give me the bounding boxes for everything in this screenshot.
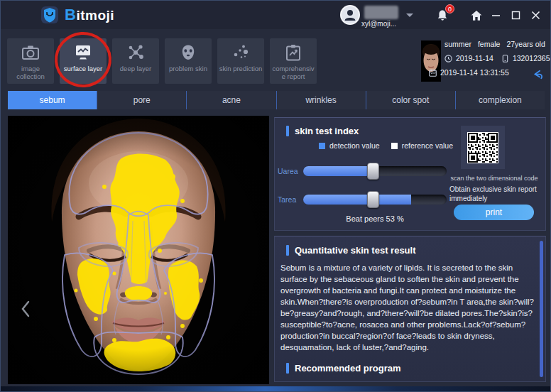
toolbar: image collection surface layer deep laye…	[7, 38, 317, 84]
tab-pore[interactable]: pore	[97, 91, 186, 109]
uarea-slider: Uarea	[278, 166, 447, 176]
reference-value-swatch	[391, 143, 398, 149]
monitor-wave-icon	[74, 43, 92, 62]
tab-acne[interactable]: acne	[186, 91, 276, 109]
print-button[interactable]: print	[454, 205, 534, 220]
patient-card: summer female 27years old 2019-11-14 132…	[421, 39, 549, 83]
window-bottom-edge	[1, 386, 551, 391]
section-accent-bar	[286, 126, 289, 136]
previous-image-button[interactable]	[18, 297, 33, 321]
section-accent-bar	[286, 245, 289, 256]
uarea-reference-handle[interactable]	[367, 163, 379, 180]
qr-subcaption: Obtain exclusive skin report immediately	[449, 185, 542, 203]
comprehensive-report-button[interactable]: comprehensive report	[270, 38, 317, 84]
patient-age: 27years old	[506, 40, 545, 48]
patient-phone: 13201236569	[513, 54, 551, 62]
qr-code	[467, 132, 498, 163]
patient-name: summer	[444, 40, 471, 48]
skin-test-heading: skin test index	[295, 126, 359, 136]
uarea-label: Uarea	[278, 167, 303, 175]
minimize-button[interactable]	[488, 8, 503, 22]
scrollbar[interactable]	[540, 241, 543, 377]
record-datetime: 2019-11-14 13:31:55	[440, 68, 509, 77]
uarea-detection-fill	[303, 166, 373, 176]
image-collection-button[interactable]: image collection	[7, 38, 54, 84]
molecule-icon	[126, 43, 145, 62]
skin-test-panel: skin test index detection value referenc…	[274, 117, 546, 231]
legend: detection value reference value	[319, 141, 453, 150]
tarea-label: Tarea	[278, 195, 303, 204]
close-button[interactable]	[528, 8, 543, 22]
tab-color-spot[interactable]: color spot	[366, 91, 455, 109]
chevron-left-icon	[21, 300, 31, 317]
tab-sebum[interactable]: sebum	[8, 91, 97, 109]
qr-box	[461, 126, 505, 169]
detection-value-swatch	[319, 143, 325, 149]
section-accent-bar	[286, 363, 289, 374]
tab-complexion[interactable]: complexion	[455, 91, 545, 109]
surface-layer-button[interactable]: surface layer	[60, 38, 107, 84]
chevron-down-icon[interactable]	[406, 13, 413, 17]
analysis-tab-bar: sebum pore acne wrinkles color spot comp…	[8, 91, 545, 109]
uarea-slider-track[interactable]	[303, 166, 447, 176]
app-brand: Bitmoji	[40, 6, 114, 24]
detection-value-label: detection value	[329, 141, 380, 150]
face-panel	[8, 116, 269, 384]
face-analysis-image	[8, 116, 269, 384]
skin-prediction-button[interactable]: skin prediction	[217, 38, 264, 84]
recommended-heading: Recommended program	[295, 363, 401, 374]
result-panel: Quantitative skin test result Sebum is a…	[274, 236, 546, 382]
patient-gender: female	[478, 40, 501, 48]
app-window: Bitmoji xyl@moji... 0	[0, 0, 551, 392]
clipboard-chart-icon	[284, 43, 302, 62]
clock-icon	[444, 55, 452, 62]
reference-value-label: reference value	[402, 141, 453, 150]
calendar-icon	[429, 69, 437, 77]
app-title: Bitmoji	[65, 6, 114, 24]
problem-skin-button[interactable]: problem skin	[165, 38, 212, 84]
tarea-reference-handle[interactable]	[367, 191, 379, 208]
return-arrow-icon[interactable]	[532, 69, 543, 80]
person-icon	[343, 8, 357, 22]
tarea-slider-track[interactable]	[303, 195, 447, 205]
account-email: xyl@moji...	[361, 20, 396, 28]
tarea-slider: Tarea	[278, 195, 447, 205]
result-body-text: Sebum is a mixture of a variety of lipid…	[280, 262, 536, 353]
deep-layer-button[interactable]: deep layer	[112, 38, 159, 84]
phone-icon	[501, 55, 509, 62]
result-heading: Quantitative skin test result	[295, 245, 416, 256]
title-bar: Bitmoji xyl@moji... 0	[1, 1, 551, 29]
notification-badge: 0	[445, 4, 454, 13]
maximize-button[interactable]	[508, 8, 523, 22]
record-date: 2019-11-14	[456, 54, 493, 62]
tarea-detection-fill	[303, 195, 411, 205]
tab-wrinkles[interactable]: wrinkles	[276, 91, 366, 109]
beat-peers-text: Beat peers 53 %	[303, 214, 447, 223]
home-icon[interactable]	[469, 9, 484, 23]
qr-caption: scan the two dimensional code	[444, 175, 545, 182]
user-avatar[interactable]	[340, 5, 360, 25]
face-mask-icon	[179, 43, 197, 62]
app-logo-icon	[40, 6, 59, 24]
censored-username	[364, 6, 398, 19]
camera-icon	[21, 43, 40, 62]
dots-icon	[231, 43, 250, 62]
